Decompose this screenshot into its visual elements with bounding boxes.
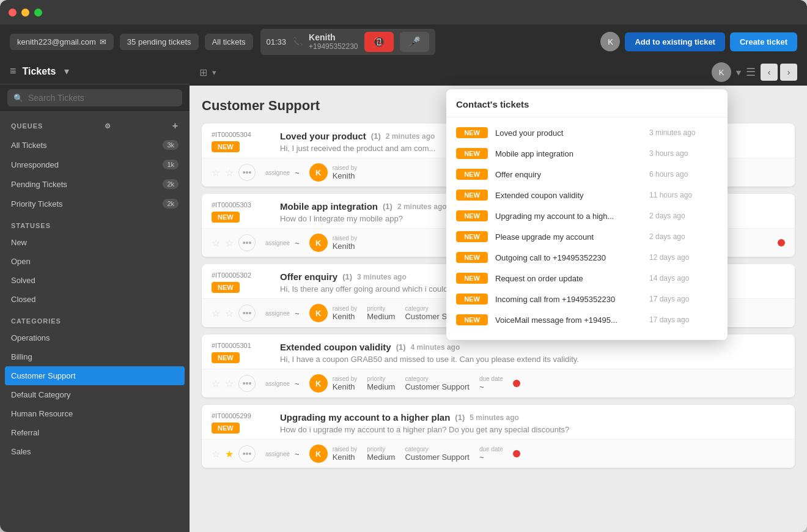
ticket-preview: How do i upgrade my account to a higher … (280, 425, 647, 434)
more-button[interactable]: ••• (238, 305, 256, 322)
sidebar-item-new[interactable]: New (0, 233, 190, 252)
avatar: K (309, 234, 328, 252)
sidebar: ≡ Tickets ▾ 🔍 QUEUES ⚙ + All Tickets 3k (0, 59, 190, 532)
more-button[interactable]: ••• (238, 234, 256, 251)
avatar: K (309, 445, 328, 463)
assignee-block: assignee ~ (265, 238, 300, 248)
more-button[interactable]: ••• (238, 164, 256, 181)
popup-item[interactable]: NEW Extended coupon validity 11 hours ag… (446, 185, 728, 205)
all-tickets-badge[interactable]: All tickets (205, 34, 253, 50)
popup-item[interactable]: NEW Incoming call from +19495352230 17 d… (446, 289, 728, 309)
sidebar-item-closed[interactable]: Closed (0, 290, 190, 309)
sidebar-title: Tickets (23, 66, 56, 77)
popup-badge: NEW (456, 294, 488, 305)
raised-by-block: K raised by Kenith (309, 374, 358, 393)
email-badge[interactable]: kenith223@gmail.com ✉ (10, 34, 114, 50)
nav-prev-button[interactable]: ‹ (761, 64, 778, 81)
sidebar-item-all-tickets[interactable]: All Tickets 3k (0, 135, 190, 155)
ticket-id: #IT00005301 (212, 342, 273, 349)
star-button[interactable]: ☆ (212, 448, 220, 460)
hangup-button[interactable]: 📵 (364, 32, 394, 52)
favorite-button[interactable]: ★ (225, 448, 234, 460)
user-avatar[interactable]: K (600, 32, 620, 51)
priority-block: priority Medium (367, 305, 395, 321)
pending-badge[interactable]: 35 pending tickets (120, 34, 199, 50)
more-button[interactable]: ••• (238, 445, 256, 462)
popup-time: 3 minutes ago (649, 128, 695, 137)
bookmark-button[interactable]: ☆ (225, 308, 234, 319)
sidebar-item-operations[interactable]: Operations (0, 328, 190, 347)
nav-next-button[interactable]: › (780, 64, 797, 81)
raised-by-block: K raised by Kenith (309, 163, 358, 182)
sidebar-item-human-resource[interactable]: Human Resource (0, 404, 190, 423)
popup-badge: NEW (456, 314, 488, 325)
ticket-id-block: #IT00005304 NEW (212, 131, 273, 152)
popup-item[interactable]: NEW Upgrading my account to a high... 2 … (446, 205, 728, 226)
popup-item[interactable]: NEW VoiceMail message from +19495... 17 … (446, 309, 728, 330)
nav-avatar[interactable]: K (712, 62, 731, 82)
category-block: category Customer Support (405, 446, 470, 462)
email-text: kenith223@gmail.com (17, 37, 96, 46)
nav-label: ▾ (212, 68, 216, 77)
ticket-badge: NEW (212, 423, 240, 434)
star-button[interactable]: ☆ (212, 308, 220, 319)
sidebar-item-billing[interactable]: Billing (0, 347, 190, 366)
sidebar-item-priority-tickets[interactable]: Priority Tickets 2k (0, 194, 190, 213)
popup-item[interactable]: NEW Outgoing call to +19495352230 12 day… (446, 247, 728, 268)
star-button[interactable]: ☆ (212, 378, 220, 390)
sidebar-item-referral[interactable]: Referral (0, 423, 190, 442)
popup-item[interactable]: NEW Offer enquiry 6 hours ago (446, 164, 728, 185)
minimize-button[interactable] (21, 9, 29, 17)
star-button[interactable]: ☆ (212, 237, 220, 249)
ticket-badge: NEW (212, 282, 240, 293)
close-button[interactable] (9, 9, 17, 17)
sidebar-item-default-category[interactable]: Default Category (0, 385, 190, 404)
contacts-tickets-popup: Contact's tickets NEW Loved your product… (446, 89, 728, 340)
sidebar-item-solved[interactable]: Solved (0, 271, 190, 290)
popup-item[interactable]: NEW Please upgrade my account 2 days ago (446, 226, 728, 247)
bookmark-button[interactable]: ☆ (225, 237, 234, 249)
more-button[interactable]: ••• (238, 375, 256, 392)
sidebar-item-unresponded[interactable]: Unresponded 1k (0, 155, 190, 174)
popup-badge: NEW (456, 127, 488, 138)
traffic-lights (9, 9, 42, 17)
maximize-button[interactable] (34, 9, 42, 17)
search-input[interactable] (28, 93, 176, 103)
popup-badge: NEW (456, 252, 488, 263)
ticket-id-block: #IT00005302 NEW (212, 272, 273, 293)
nav-chevron-down-icon: ▾ (736, 67, 741, 78)
bookmark-button[interactable]: ☆ (225, 378, 234, 390)
ticket-id-block: #IT00005301 NEW (212, 342, 273, 363)
star-button[interactable]: ☆ (212, 167, 220, 179)
sidebar-item-sales[interactable]: Sales (0, 442, 190, 461)
avatar: K (309, 163, 328, 182)
add-queue-icon[interactable]: + (172, 120, 179, 131)
ticket-id: #IT00005302 (212, 272, 273, 279)
create-ticket-button[interactable]: Create ticket (730, 32, 797, 51)
mic-button[interactable]: 🎤 (400, 32, 429, 52)
priority-block: priority Medium (367, 375, 395, 391)
app-body: ≡ Tickets ▾ 🔍 QUEUES ⚙ + All Tickets 3k (0, 59, 807, 532)
popup-time: 2 days ago (649, 232, 685, 241)
popup-time: 3 hours ago (649, 149, 688, 158)
popup-item[interactable]: NEW Request on order update 14 days ago (446, 268, 728, 289)
hangup-icon: 📵 (373, 37, 385, 47)
sidebar-item-pending-tickets[interactable]: Pending Tickets 2k (0, 174, 190, 194)
ticket-preview: Hi, I have a coupon GRAB50 and missed to… (280, 355, 647, 364)
ticket-id: #IT00005304 (212, 131, 273, 138)
popup-subject: Please upgrade my account (495, 232, 642, 242)
bookmark-button[interactable]: ☆ (225, 167, 234, 179)
popup-item[interactable]: NEW Mobile app integration 3 hours ago (446, 143, 728, 164)
mic-icon: 🎤 (408, 37, 421, 47)
sidebar-item-customer-support[interactable]: Customer Support (5, 366, 185, 385)
ticket-actions: ☆ ☆ ••• (212, 375, 256, 392)
sidebar-item-open[interactable]: Open (0, 252, 190, 271)
popup-item[interactable]: NEW Loved your product 3 minutes ago (446, 122, 728, 143)
gear-icon[interactable]: ⚙ (105, 122, 111, 130)
add-existing-ticket-button[interactable]: Add to existing ticket (625, 32, 724, 51)
due-date-block: due date ~ (479, 446, 503, 462)
caller-number: +19495352230 (309, 42, 358, 51)
popup-time: 17 days ago (649, 316, 689, 324)
red-dot (778, 239, 785, 246)
popup-badge: NEW (456, 148, 488, 159)
